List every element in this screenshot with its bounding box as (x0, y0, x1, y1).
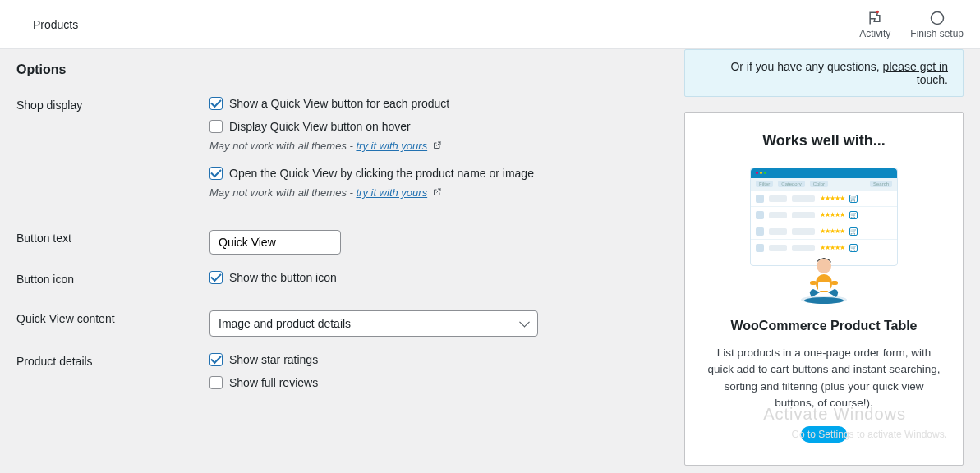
finish-setup-label: Finish setup (910, 28, 964, 39)
external-link-icon (432, 187, 442, 197)
try-it-link-2[interactable]: try it with yours (356, 186, 427, 199)
svg-rect-5 (818, 282, 830, 291)
show-full-reviews-checkbox[interactable] (209, 376, 223, 389)
button-icon-label: Button icon (16, 271, 209, 286)
promo-title: WooCommerce Product Table (700, 319, 948, 333)
windows-watermark-title: Activate Windows (763, 405, 906, 424)
button-text-input[interactable] (209, 230, 341, 255)
open-on-click-checkbox[interactable] (209, 167, 223, 180)
svg-point-4 (817, 259, 831, 273)
external-link-icon (432, 140, 442, 150)
open-on-click-label: Open the Quick View by clicking the prod… (229, 167, 534, 180)
promo-heading: Works well with... (700, 132, 948, 149)
section-heading: Options (16, 62, 668, 77)
page-title: Products (33, 18, 78, 31)
hover-quick-view-checkbox[interactable] (209, 120, 223, 133)
show-button-icon-label: Show the button icon (229, 271, 337, 284)
settings-form: Options Shop display Show a Quick View b… (16, 49, 668, 473)
flag-icon (867, 10, 883, 26)
contact-link[interactable]: please get in touch. (883, 60, 948, 86)
show-button-icon-checkbox[interactable] (209, 271, 223, 284)
help-notice: Or if you have any questions, please get… (684, 49, 964, 97)
svg-rect-6 (810, 281, 817, 285)
hover-hint: May not work with all themes - try it wi… (209, 140, 668, 152)
svg-point-0 (876, 10, 879, 12)
show-quick-view-label: Show a Quick View button for each produc… (229, 97, 449, 110)
show-quick-view-checkbox[interactable] (209, 97, 223, 110)
activity-button[interactable]: Activity (859, 10, 890, 39)
click-hint: May not work with all themes - try it wi… (209, 186, 668, 199)
activity-label: Activity (859, 28, 890, 39)
hover-quick-view-label: Display Quick View button on hover (229, 120, 411, 133)
quick-view-content-label: Quick View content (16, 310, 209, 325)
promo-illustration: FilterCategoryColorSearch ★★★★★🛒 ★★★★★🛒 … (750, 168, 898, 299)
try-it-link-1[interactable]: try it with yours (356, 140, 427, 152)
svg-point-2 (804, 297, 844, 304)
svg-rect-7 (831, 281, 838, 285)
finish-setup-button[interactable]: Finish setup (910, 10, 964, 39)
windows-watermark-sub: Go to Settings to activate Windows. (792, 429, 947, 440)
shop-display-label: Shop display (16, 97, 209, 112)
circle-icon (929, 10, 945, 26)
person-icon (795, 250, 853, 307)
quick-view-content-select[interactable]: Image and product details (209, 310, 538, 337)
top-bar: Products Activity Finish setup (0, 0, 980, 49)
topbar-actions: Activity Finish setup (859, 10, 964, 39)
promo-description: List products in a one-page order form, … (700, 345, 948, 411)
show-star-ratings-checkbox[interactable] (209, 353, 223, 366)
show-full-reviews-label: Show full reviews (229, 376, 318, 389)
product-details-label: Product details (16, 353, 209, 368)
button-text-label: Button text (16, 230, 209, 245)
show-star-ratings-label: Show star ratings (229, 353, 318, 366)
svg-point-1 (931, 11, 943, 24)
